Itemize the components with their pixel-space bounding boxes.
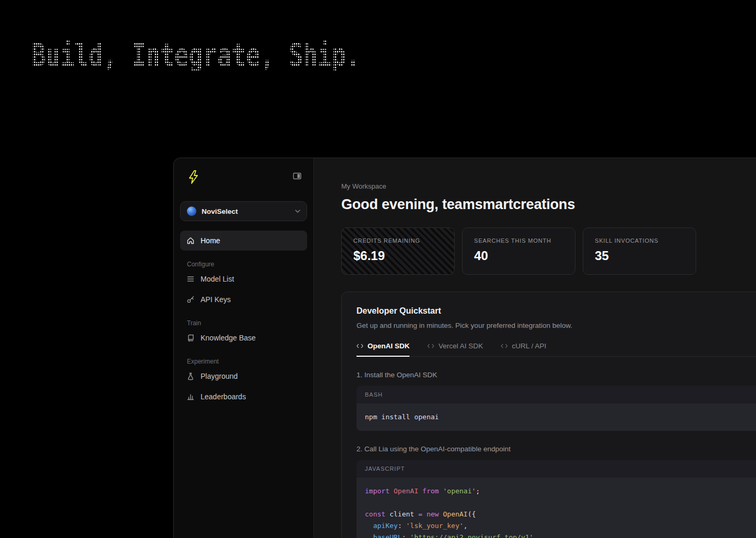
js-code-block: JAVASCRIPT import OpenAI from 'openai'; … — [356, 460, 756, 538]
chevron-down-icon — [295, 210, 300, 213]
stat-value: 35 — [595, 249, 684, 263]
code-text: npm install openai — [365, 413, 439, 421]
section-label-experiment: Experiment — [187, 357, 313, 366]
sidebar-item-label: Playground — [201, 372, 238, 380]
tab-curl-api[interactable]: cURL / API — [501, 342, 547, 356]
section-label-train: Train — [187, 319, 313, 327]
sidebar-item-label: Model List — [201, 275, 234, 283]
workspace-selector[interactable]: NoviSelect — [180, 201, 307, 221]
section-label-configure: Configure — [187, 260, 313, 268]
quickstart-title: Developer Quickstart — [356, 306, 756, 316]
sidebar-item-knowledge-base[interactable]: Knowledge Base — [174, 327, 313, 348]
stat-card-skill-invocations: SKILL INVOCATIONS 35 — [583, 227, 696, 275]
quickstart-step-2: 2. Call Lia using the OpenAI-compatible … — [356, 444, 756, 453]
sidebar-item-api-keys[interactable]: API Keys — [174, 289, 313, 309]
sidebar-item-label: Leaderboards — [201, 392, 246, 401]
stat-label: CREDITS REMAINING — [353, 237, 443, 244]
tab-label: OpenAI SDK — [368, 342, 410, 350]
stat-label: SKILL INVOCATIONS — [595, 237, 684, 244]
stat-value: 40 — [474, 249, 563, 263]
quickstart-subtitle: Get up and running in minutes. Pick your… — [356, 321, 756, 330]
bar-chart-icon — [186, 392, 195, 401]
stats-row: CREDITS REMAINING $6.19 SEARCHES THIS MO… — [341, 227, 756, 275]
sidebar-item-model-list[interactable]: Model List — [174, 268, 313, 289]
home-icon — [186, 236, 195, 245]
sidebar-item-home[interactable]: Home — [180, 231, 307, 251]
stat-card-credits-remaining: CREDITS REMAINING $6.19 — [341, 227, 455, 275]
sidebar-item-playground[interactable]: Playground — [174, 366, 313, 386]
code-icon — [427, 344, 434, 348]
sidebar-item-label: Knowledge Base — [201, 334, 256, 342]
code-icon — [356, 344, 363, 348]
main-content: My Workspace Good evening, teamsmartcrea… — [314, 158, 756, 538]
key-icon — [186, 295, 195, 304]
workspace-avatar — [187, 206, 196, 216]
list-icon — [186, 275, 195, 283]
breadcrumb: My Workspace — [341, 182, 756, 191]
sidebar-item-label: API Keys — [201, 295, 231, 304]
workspace-name: NoviSelect — [202, 208, 238, 215]
app-window: NoviSelect Home Configure — [173, 158, 756, 538]
code-block-language: BASH — [356, 386, 756, 404]
code-icon — [501, 344, 508, 348]
sidebar: NoviSelect Home Configure — [174, 158, 314, 538]
quickstart-step-1: 1. Install the OpenAI SDK — [356, 370, 756, 379]
tab-label: cURL / API — [512, 342, 547, 350]
stat-card-searches-this-month: SEARCHES THIS MONTH 40 — [462, 227, 575, 275]
js-code: import OpenAI from 'openai'; const clien… — [356, 478, 756, 538]
stat-label: SEARCHES THIS MONTH — [474, 237, 563, 244]
sidebar-header — [174, 158, 313, 184]
page-title: Good evening, teamsmartcreations — [341, 195, 756, 214]
sidebar-collapse-icon[interactable] — [292, 171, 302, 183]
hero-title: Build, Integrate, Ship. — [32, 40, 360, 70]
stat-value: $6.19 — [353, 249, 443, 263]
tab-label: Vercel AI SDK — [438, 342, 483, 350]
book-icon — [186, 334, 195, 342]
bash-code-block: BASH npm install openai — [356, 386, 756, 431]
flask-icon — [186, 372, 195, 380]
sidebar-item-label: Home — [201, 236, 220, 245]
tab-openai-sdk[interactable]: OpenAI SDK — [356, 342, 410, 356]
quickstart-card: Developer Quickstart Get up and running … — [341, 292, 756, 538]
logo-lightning-icon — [187, 170, 200, 184]
quickstart-tabs: OpenAI SDK Vercel AI SDK cURL / API — [356, 342, 756, 357]
tab-vercel-ai-sdk[interactable]: Vercel AI SDK — [427, 342, 483, 356]
code-block-language: JAVASCRIPT — [356, 460, 756, 478]
bash-code: npm install openai — [356, 404, 756, 431]
sidebar-item-leaderboards[interactable]: Leaderboards — [174, 386, 313, 407]
